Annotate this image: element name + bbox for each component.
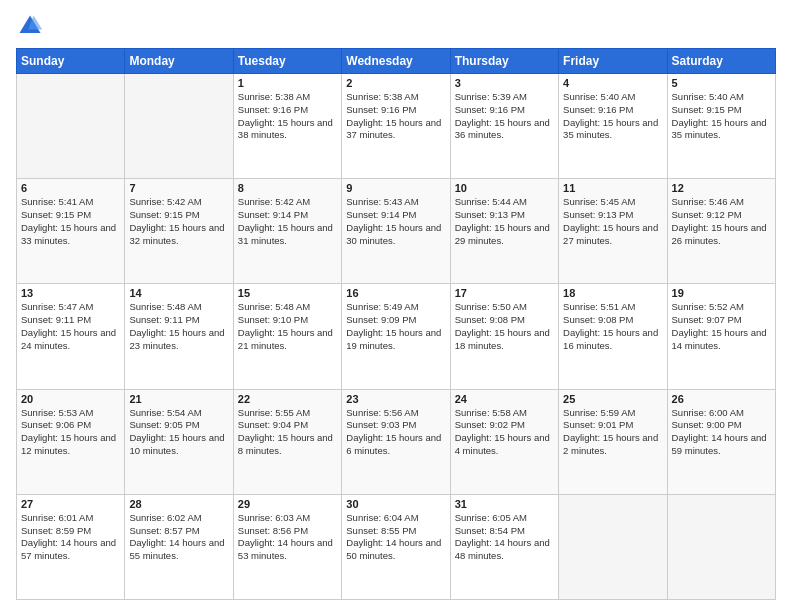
sunrise-label: Sunrise: 5:38 AM [346, 91, 418, 102]
day-info: Sunrise: 5:42 AM Sunset: 9:14 PM Dayligh… [238, 196, 337, 247]
daylight-label: Daylight: 15 hours and 16 minutes. [563, 327, 658, 351]
day-number: 16 [346, 287, 445, 299]
day-info: Sunrise: 5:44 AM Sunset: 9:13 PM Dayligh… [455, 196, 554, 247]
daylight-label: Daylight: 14 hours and 48 minutes. [455, 537, 550, 561]
sunrise-label: Sunrise: 5:48 AM [238, 301, 310, 312]
day-number: 29 [238, 498, 337, 510]
calendar-day-cell: 1 Sunrise: 5:38 AM Sunset: 9:16 PM Dayli… [233, 74, 341, 179]
sunrise-label: Sunrise: 5:45 AM [563, 196, 635, 207]
day-info: Sunrise: 5:58 AM Sunset: 9:02 PM Dayligh… [455, 407, 554, 458]
sunset-label: Sunset: 9:00 PM [672, 419, 742, 430]
sunrise-label: Sunrise: 5:56 AM [346, 407, 418, 418]
sunset-label: Sunset: 9:16 PM [346, 104, 416, 115]
calendar-day-cell: 11 Sunrise: 5:45 AM Sunset: 9:13 PM Dayl… [559, 179, 667, 284]
daylight-label: Daylight: 15 hours and 2 minutes. [563, 432, 658, 456]
day-number: 22 [238, 393, 337, 405]
calendar-day-cell: 24 Sunrise: 5:58 AM Sunset: 9:02 PM Dayl… [450, 389, 558, 494]
day-info: Sunrise: 5:41 AM Sunset: 9:15 PM Dayligh… [21, 196, 120, 247]
sunrise-label: Sunrise: 5:40 AM [672, 91, 744, 102]
day-number: 24 [455, 393, 554, 405]
day-info: Sunrise: 6:01 AM Sunset: 8:59 PM Dayligh… [21, 512, 120, 563]
weekday-header: Wednesday [342, 49, 450, 74]
sunrise-label: Sunrise: 5:52 AM [672, 301, 744, 312]
sunset-label: Sunset: 8:54 PM [455, 525, 525, 536]
calendar-week-row: 13 Sunrise: 5:47 AM Sunset: 9:11 PM Dayl… [17, 284, 776, 389]
daylight-label: Daylight: 15 hours and 26 minutes. [672, 222, 767, 246]
sunrise-label: Sunrise: 5:39 AM [455, 91, 527, 102]
day-info: Sunrise: 5:51 AM Sunset: 9:08 PM Dayligh… [563, 301, 662, 352]
daylight-label: Daylight: 15 hours and 14 minutes. [672, 327, 767, 351]
daylight-label: Daylight: 15 hours and 6 minutes. [346, 432, 441, 456]
calendar-day-cell: 21 Sunrise: 5:54 AM Sunset: 9:05 PM Dayl… [125, 389, 233, 494]
daylight-label: Daylight: 15 hours and 35 minutes. [563, 117, 658, 141]
day-number: 2 [346, 77, 445, 89]
day-number: 25 [563, 393, 662, 405]
sunset-label: Sunset: 9:03 PM [346, 419, 416, 430]
sunset-label: Sunset: 9:16 PM [238, 104, 308, 115]
calendar-day-cell: 26 Sunrise: 6:00 AM Sunset: 9:00 PM Dayl… [667, 389, 775, 494]
day-info: Sunrise: 5:48 AM Sunset: 9:10 PM Dayligh… [238, 301, 337, 352]
weekday-header: Saturday [667, 49, 775, 74]
sunset-label: Sunset: 9:02 PM [455, 419, 525, 430]
sunset-label: Sunset: 9:11 PM [21, 314, 91, 325]
sunset-label: Sunset: 8:56 PM [238, 525, 308, 536]
calendar-day-cell: 4 Sunrise: 5:40 AM Sunset: 9:16 PM Dayli… [559, 74, 667, 179]
sunrise-label: Sunrise: 6:05 AM [455, 512, 527, 523]
calendar-day-cell: 23 Sunrise: 5:56 AM Sunset: 9:03 PM Dayl… [342, 389, 450, 494]
day-number: 13 [21, 287, 120, 299]
day-info: Sunrise: 5:40 AM Sunset: 9:16 PM Dayligh… [563, 91, 662, 142]
sunset-label: Sunset: 9:15 PM [672, 104, 742, 115]
daylight-label: Daylight: 15 hours and 19 minutes. [346, 327, 441, 351]
sunset-label: Sunset: 9:15 PM [21, 209, 91, 220]
day-number: 1 [238, 77, 337, 89]
daylight-label: Daylight: 15 hours and 36 minutes. [455, 117, 550, 141]
daylight-label: Daylight: 15 hours and 33 minutes. [21, 222, 116, 246]
daylight-label: Daylight: 15 hours and 30 minutes. [346, 222, 441, 246]
daylight-label: Daylight: 15 hours and 8 minutes. [238, 432, 333, 456]
calendar-day-cell [559, 494, 667, 599]
day-number: 19 [672, 287, 771, 299]
day-number: 3 [455, 77, 554, 89]
sunset-label: Sunset: 8:55 PM [346, 525, 416, 536]
calendar-day-cell: 10 Sunrise: 5:44 AM Sunset: 9:13 PM Dayl… [450, 179, 558, 284]
sunset-label: Sunset: 9:12 PM [672, 209, 742, 220]
day-number: 15 [238, 287, 337, 299]
day-info: Sunrise: 5:53 AM Sunset: 9:06 PM Dayligh… [21, 407, 120, 458]
weekday-header: Thursday [450, 49, 558, 74]
day-info: Sunrise: 5:38 AM Sunset: 9:16 PM Dayligh… [238, 91, 337, 142]
sunrise-label: Sunrise: 6:03 AM [238, 512, 310, 523]
calendar-day-cell: 16 Sunrise: 5:49 AM Sunset: 9:09 PM Dayl… [342, 284, 450, 389]
daylight-label: Daylight: 14 hours and 57 minutes. [21, 537, 116, 561]
day-number: 18 [563, 287, 662, 299]
sunset-label: Sunset: 9:08 PM [563, 314, 633, 325]
day-number: 8 [238, 182, 337, 194]
calendar-header-row: SundayMondayTuesdayWednesdayThursdayFrid… [17, 49, 776, 74]
sunset-label: Sunset: 9:04 PM [238, 419, 308, 430]
sunrise-label: Sunrise: 5:40 AM [563, 91, 635, 102]
day-number: 28 [129, 498, 228, 510]
calendar-day-cell [667, 494, 775, 599]
day-number: 5 [672, 77, 771, 89]
calendar-day-cell: 20 Sunrise: 5:53 AM Sunset: 9:06 PM Dayl… [17, 389, 125, 494]
calendar-day-cell: 27 Sunrise: 6:01 AM Sunset: 8:59 PM Dayl… [17, 494, 125, 599]
sunrise-label: Sunrise: 5:42 AM [129, 196, 201, 207]
calendar-day-cell: 31 Sunrise: 6:05 AM Sunset: 8:54 PM Dayl… [450, 494, 558, 599]
day-number: 20 [21, 393, 120, 405]
day-number: 14 [129, 287, 228, 299]
calendar-day-cell: 9 Sunrise: 5:43 AM Sunset: 9:14 PM Dayli… [342, 179, 450, 284]
calendar-day-cell: 22 Sunrise: 5:55 AM Sunset: 9:04 PM Dayl… [233, 389, 341, 494]
calendar-day-cell: 18 Sunrise: 5:51 AM Sunset: 9:08 PM Dayl… [559, 284, 667, 389]
calendar-day-cell: 7 Sunrise: 5:42 AM Sunset: 9:15 PM Dayli… [125, 179, 233, 284]
daylight-label: Daylight: 14 hours and 50 minutes. [346, 537, 441, 561]
calendar-day-cell: 30 Sunrise: 6:04 AM Sunset: 8:55 PM Dayl… [342, 494, 450, 599]
daylight-label: Daylight: 15 hours and 27 minutes. [563, 222, 658, 246]
day-info: Sunrise: 5:42 AM Sunset: 9:15 PM Dayligh… [129, 196, 228, 247]
calendar-day-cell: 19 Sunrise: 5:52 AM Sunset: 9:07 PM Dayl… [667, 284, 775, 389]
day-info: Sunrise: 6:03 AM Sunset: 8:56 PM Dayligh… [238, 512, 337, 563]
day-info: Sunrise: 6:04 AM Sunset: 8:55 PM Dayligh… [346, 512, 445, 563]
calendar-table: SundayMondayTuesdayWednesdayThursdayFrid… [16, 48, 776, 600]
sunset-label: Sunset: 8:57 PM [129, 525, 199, 536]
day-number: 9 [346, 182, 445, 194]
day-number: 11 [563, 182, 662, 194]
sunrise-label: Sunrise: 5:53 AM [21, 407, 93, 418]
